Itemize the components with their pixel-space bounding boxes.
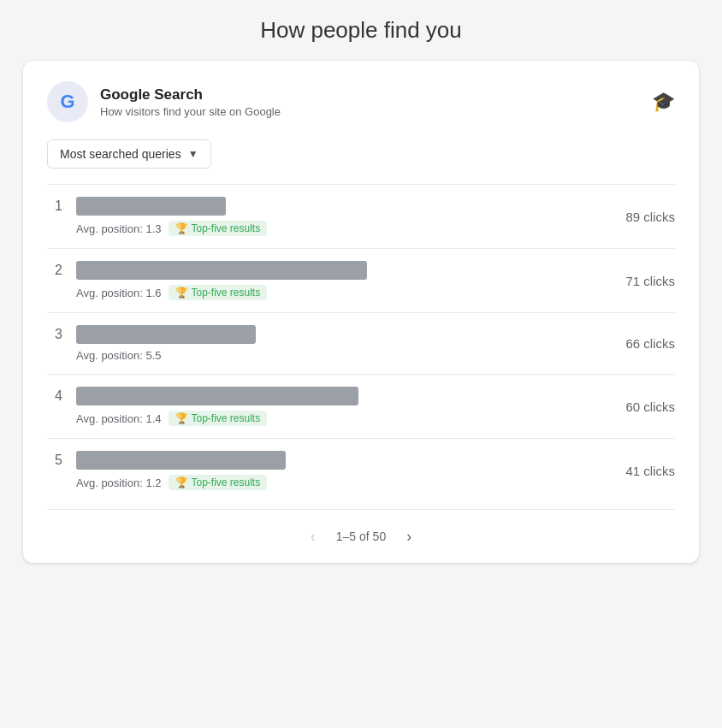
query-left: 2Avg. position: 1.6🏆Top-five results <box>47 261 367 300</box>
query-bar <box>76 261 367 280</box>
prev-page-button[interactable]: ‹ <box>304 525 323 547</box>
main-card: G Google Search How visitors find your s… <box>23 61 699 563</box>
query-bar <box>76 197 226 216</box>
query-item[interactable]: 5Avg. position: 1.2🏆Top-five results41 c… <box>47 438 675 502</box>
source-subtitle: How visitors find your site on Google <box>100 105 281 118</box>
top-five-badge: 🏆Top-five results <box>169 475 268 490</box>
top-five-badge: 🏆Top-five results <box>169 285 268 300</box>
pagination: ‹ 1–5 of 50 › <box>47 509 675 563</box>
query-content: Avg. position: 1.3🏆Top-five results <box>76 197 267 236</box>
query-meta: Avg. position: 1.2🏆Top-five results <box>76 475 286 490</box>
query-number: 4 <box>47 388 62 404</box>
clicks-count: 60 clicks <box>625 400 675 414</box>
query-number: 5 <box>47 453 62 468</box>
next-page-button[interactable]: › <box>399 525 418 547</box>
trophy-icon: 🏆 <box>175 476 188 488</box>
query-item[interactable]: 2Avg. position: 1.6🏆Top-five results71 c… <box>47 248 675 312</box>
school-icon[interactable]: 🎓 <box>652 91 675 113</box>
query-meta: Avg. position: 1.6🏆Top-five results <box>76 285 367 300</box>
query-content: Avg. position: 1.6🏆Top-five results <box>76 261 367 300</box>
query-meta: Avg. position: 1.3🏆Top-five results <box>76 221 267 236</box>
query-item[interactable]: 4Avg. position: 1.4🏆Top-five results60 c… <box>47 374 675 438</box>
top-five-badge: 🏆Top-five results <box>169 221 268 236</box>
card-header-left: G Google Search How visitors find your s… <box>47 81 281 122</box>
query-left: 3Avg. position: 5.5 <box>47 325 256 362</box>
clicks-count: 41 clicks <box>625 464 675 478</box>
query-list: 1Avg. position: 1.3🏆Top-five results89 c… <box>47 184 675 502</box>
query-number: 2 <box>47 263 62 278</box>
page-title: How people find you <box>260 17 462 44</box>
avg-position: Avg. position: 1.4 <box>76 412 162 425</box>
query-bar <box>76 451 286 470</box>
trophy-icon: 🏆 <box>175 412 188 424</box>
query-left: 5Avg. position: 1.2🏆Top-five results <box>47 451 286 490</box>
dropdown-label: Most searched queries <box>60 147 181 161</box>
query-content: Avg. position: 1.4🏆Top-five results <box>76 387 358 426</box>
badge-label: Top-five results <box>192 287 261 299</box>
badge-label: Top-five results <box>192 476 261 488</box>
avg-position: Avg. position: 1.3 <box>76 222 162 235</box>
page-info: 1–5 of 50 <box>336 530 386 543</box>
query-left: 4Avg. position: 1.4🏆Top-five results <box>47 387 358 426</box>
query-bar <box>76 387 358 405</box>
query-meta: Avg. position: 5.5 <box>76 349 256 362</box>
source-name: Google Search <box>100 86 281 104</box>
avg-position: Avg. position: 5.5 <box>76 349 162 362</box>
query-content: Avg. position: 5.5 <box>76 325 256 362</box>
clicks-count: 89 clicks <box>625 210 675 224</box>
card-source-info: Google Search How visitors find your sit… <box>100 86 281 118</box>
query-number: 1 <box>47 198 62 214</box>
query-item[interactable]: 3Avg. position: 5.566 clicks <box>47 312 675 374</box>
query-bar <box>76 325 256 344</box>
badge-label: Top-five results <box>192 412 261 424</box>
avg-position: Avg. position: 1.6 <box>76 287 162 299</box>
query-item[interactable]: 1Avg. position: 1.3🏆Top-five results89 c… <box>47 184 675 248</box>
google-logo: G <box>47 81 88 122</box>
query-left: 1Avg. position: 1.3🏆Top-five results <box>47 197 267 236</box>
clicks-count: 71 clicks <box>625 274 675 288</box>
clicks-count: 66 clicks <box>625 336 675 351</box>
query-number: 3 <box>47 327 62 342</box>
avg-position: Avg. position: 1.2 <box>76 476 162 489</box>
badge-label: Top-five results <box>192 222 261 234</box>
trophy-icon: 🏆 <box>175 222 188 234</box>
top-five-badge: 🏆Top-five results <box>169 411 268 426</box>
card-header: G Google Search How visitors find your s… <box>47 81 675 122</box>
query-content: Avg. position: 1.2🏆Top-five results <box>76 451 286 490</box>
trophy-icon: 🏆 <box>175 287 188 299</box>
chevron-down-icon: ▼ <box>188 148 198 160</box>
dropdown-button[interactable]: Most searched queries ▼ <box>47 139 211 169</box>
query-meta: Avg. position: 1.4🏆Top-five results <box>76 411 358 426</box>
